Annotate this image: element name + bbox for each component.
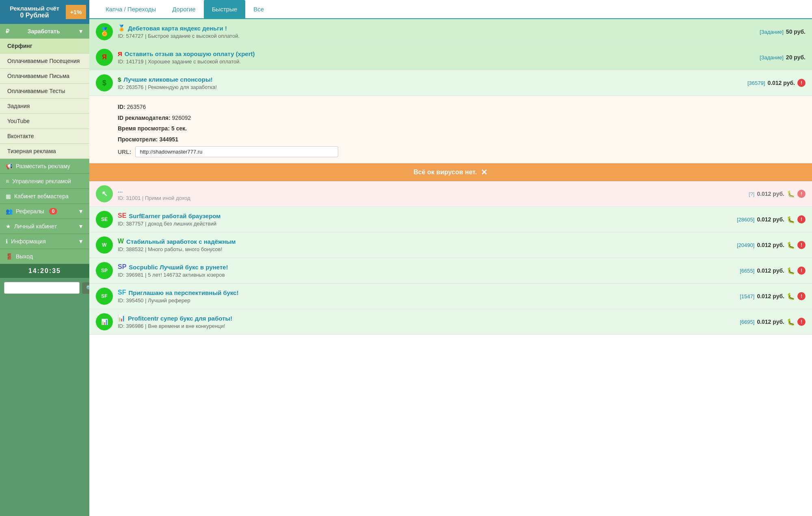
ad-title-icon-2: Я [118, 50, 122, 57]
ad-detail-3: ID: 263576 ID рекламодателя: 926092 Врем… [89, 96, 812, 163]
warning-icon-5: ! [797, 215, 806, 223]
ad-title-3[interactable]: $ Лучшие кликовые спонсоры! [118, 76, 743, 83]
warning-icon-6: ! [797, 241, 806, 249]
url-input[interactable] [135, 146, 338, 157]
url-label: URL: [118, 147, 131, 158]
sidebar-item-logout[interactable]: 🚪 Выход [0, 249, 89, 264]
ad-price-5: 0.012 руб. [757, 216, 784, 223]
ad-title-2[interactable]: Я Оставить отзыв за хорошую оплату (xper… [118, 50, 755, 57]
search-input[interactable] [4, 282, 80, 294]
ad-title-6[interactable]: W Стабильный заработок с надёжным [118, 238, 732, 245]
ad-id-link-9[interactable]: [6695] [740, 319, 754, 325]
ad-title-5[interactable]: SE SurfEarner работай браузером [118, 212, 732, 219]
sidebar-item-paid-visits[interactable]: Оплачиваемые Посещения [0, 54, 89, 69]
bug-icon-7: 🐛 [787, 267, 795, 275]
ad-title-8[interactable]: SF Приглашаю на перспективный букс! [118, 289, 735, 296]
tab-captcha[interactable]: Капча / Переходы [97, 0, 164, 18]
manage-ad-icon: ≡ [6, 178, 9, 184]
sidebar-item-place-ad[interactable]: 📢 Разместить рекламу [0, 159, 89, 174]
bug-icon-5: 🐛 [787, 215, 795, 223]
sidebar-item-surfing[interactable]: Сёрфинг [0, 39, 89, 54]
tab-fast[interactable]: Быстрые [204, 0, 245, 18]
chevron-down-icon-info: ▼ [78, 238, 84, 245]
ad-id-link-6[interactable]: [20490] [737, 242, 754, 248]
webmaster-label: Кабинет вебмастера [14, 193, 69, 199]
ad-title-1[interactable]: 🏅 Дебетовая карта яндекс деньги ! [118, 24, 755, 32]
tab-expensive[interactable]: Дорогие [164, 0, 204, 18]
personal-icon: ★ [6, 223, 11, 230]
ad-detail-url-row: URL: [118, 146, 804, 157]
warning-icon-7: ! [797, 267, 806, 275]
ad-detail-views: Просмотрели: 344951 [118, 134, 804, 145]
ad-desc-8: ID: 395450 | Лучший реферер [118, 297, 735, 304]
ad-item-socpublic: SP SP Socpublic Лучший букс в рунете! ID… [89, 258, 812, 284]
referrals-label: Рефералы [16, 208, 44, 215]
bug-icon-6: 🐛 [787, 241, 795, 249]
sidebar-item-paid-letters[interactable]: Оплачиваемые Письма [0, 69, 89, 84]
ad-item-yandex-card: 🏅 🏅 Дебетовая карта яндекс деньги ! ID: … [89, 19, 812, 45]
ad-desc-4: ID: 31001 | Прими иной доход [118, 195, 744, 201]
ad-price-3: 0.012 руб. [767, 80, 795, 86]
ad-right-9: [6695] 0.012 руб. 🐛 ! [740, 318, 806, 326]
ad-title-icon-6: W [118, 238, 124, 245]
sidebar-time: 14:20:35 [0, 264, 89, 278]
ad-item-profitcentr: 📊 📊 Profitcentr супер букс для работы! I… [89, 309, 812, 335]
ad-right-8: [1547] 0.012 руб. 🐛 ! [740, 292, 806, 300]
earn-label: Заработать [28, 28, 60, 35]
ad-item-perspective: SF SF Приглашаю на перспективный букс! I… [89, 284, 812, 309]
ad-right-7: [6655] 0.012 руб. 🐛 ! [740, 267, 806, 275]
ad-title-4[interactable]: ... [118, 187, 744, 194]
chevron-down-icon: ▼ [78, 28, 84, 35]
ad-detail-id: ID: 263576 [118, 102, 804, 113]
ad-title-icon-1: 🏅 [118, 24, 125, 32]
sidebar-item-personal[interactable]: ★ Личный кабинет ▼ [0, 219, 89, 234]
notification-close-button[interactable]: ✕ [481, 168, 488, 176]
ad-right-5: [28605] 0.012 руб. 🐛 ! [737, 215, 806, 223]
ad-title-icon-7: SP [118, 263, 126, 271]
ad-id-link-4[interactable]: [?] [749, 191, 754, 197]
earn-section-header[interactable]: ₽ Заработать ▼ [0, 24, 89, 39]
ad-title-icon-8: SF [118, 289, 126, 296]
ad-title-9[interactable]: 📊 Profitcentr супер букс для работы! [118, 314, 735, 322]
sidebar-item-vk[interactable]: Вконтакте [0, 129, 89, 144]
ad-item-stable: W W Стабильный заработок с надёжным ID: … [89, 232, 812, 258]
bug-icon-8: 🐛 [787, 292, 795, 300]
ad-title-icon-9: 📊 [118, 314, 125, 322]
place-ad-icon: 📢 [6, 163, 13, 169]
tab-all[interactable]: Все [245, 0, 272, 18]
ad-icon-8: SF [96, 288, 113, 305]
ad-icon-1: 🏅 [96, 23, 113, 40]
ad-desc-5: ID: 387757 | доход без лишних действий [118, 221, 732, 227]
ad-badge-task-2: [Задание] [760, 54, 784, 61]
sidebar-item-paid-tests[interactable]: Оплачиваемые Тесты [0, 84, 89, 99]
sidebar-item-teaser[interactable]: Тизерная реклама [0, 144, 89, 159]
sidebar-item-info[interactable]: ℹ Информация ▼ [0, 234, 89, 249]
ad-content-1: 🏅 Дебетовая карта яндекс деньги ! ID: 57… [118, 24, 755, 39]
sidebar: Рекламный счёт 0 Рублей +1% ₽ Заработать… [0, 0, 89, 516]
ad-desc-1: ID: 574727 | Быстрое задание с высокой о… [118, 33, 755, 39]
ad-price-2: 20 руб. [786, 54, 806, 61]
sidebar-item-referrals[interactable]: 👥 Рефералы 0 ▼ [0, 204, 89, 219]
chevron-down-icon-personal: ▼ [78, 223, 84, 230]
bonus-badge: +1% [66, 5, 86, 19]
sidebar-item-manage-ad[interactable]: ≡ Управление рекламой [0, 174, 89, 189]
ad-id-link-3[interactable]: [36579] [747, 80, 765, 86]
warning-icon-3: ! [797, 79, 806, 87]
ad-id-link-8[interactable]: [1547] [740, 293, 754, 299]
ad-item-click-sponsors: $ $ Лучшие кликовые спонсоры! ID: 263576… [89, 70, 812, 96]
referrals-badge: 0 [49, 208, 58, 215]
sidebar-item-webmaster[interactable]: ▦ Кабинет вебмастера [0, 189, 89, 204]
ad-desc-6: ID: 388532 | Много работы, много бонусов… [118, 246, 732, 252]
ad-title-icon-5: SE [118, 212, 126, 219]
ad-right-1: [Задание] 50 руб. [760, 28, 806, 35]
ad-content-3: $ Лучшие кликовые спонсоры! ID: 263576 |… [118, 76, 743, 90]
logout-icon: 🚪 [6, 253, 13, 260]
ad-content-9: 📊 Profitcentr супер букс для работы! ID:… [118, 314, 735, 329]
ad-title-7[interactable]: SP Socpublic Лучший букс в рунете! [118, 263, 735, 271]
ad-id-link-7[interactable]: [6655] [740, 268, 754, 274]
sidebar-item-youtube[interactable]: YouTube [0, 114, 89, 129]
ad-id-link-5[interactable]: [28605] [737, 217, 754, 223]
sidebar-item-tasks[interactable]: Задания [0, 99, 89, 114]
ad-right-2: [Задание] 20 руб. [760, 54, 806, 61]
sidebar-search: 🔍 [0, 278, 89, 298]
